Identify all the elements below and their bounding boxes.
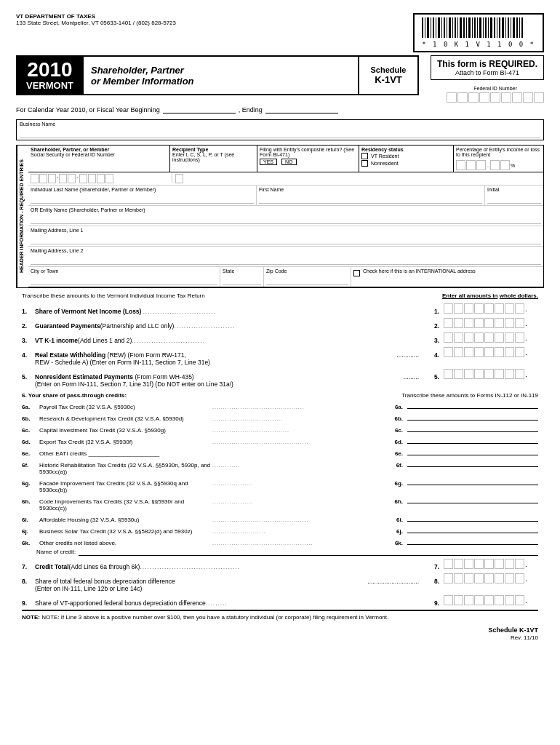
l5b2[interactable]: [454, 369, 463, 379]
credit-field-7[interactable]: [407, 495, 538, 503]
l4b7[interactable]: [505, 347, 514, 357]
l2b7[interactable]: [505, 318, 514, 328]
l3b7[interactable]: [505, 332, 514, 343]
address-line2-input[interactable]: [31, 255, 541, 265]
l9b2[interactable]: [454, 595, 463, 605]
l5b1[interactable]: [444, 369, 453, 379]
l1b6[interactable]: [495, 303, 504, 314]
l8b1[interactable]: [444, 573, 453, 583]
l4b6[interactable]: [495, 347, 504, 357]
fed-id-box-8[interactable]: [523, 92, 533, 103]
first-name-input[interactable]: [259, 194, 482, 204]
l5b4[interactable]: [474, 369, 484, 379]
pct-box-2[interactable]: [466, 160, 476, 170]
l9b8[interactable]: [515, 595, 524, 605]
name-of-credit-input[interactable]: [79, 548, 538, 556]
l3b1[interactable]: [444, 332, 453, 343]
l3b8[interactable]: [515, 332, 524, 343]
l1b2[interactable]: [454, 303, 463, 314]
fed-id-box-7[interactable]: [512, 92, 522, 103]
entity-name-input[interactable]: [31, 214, 541, 224]
l3b2[interactable]: [454, 332, 463, 343]
credit-field-8[interactable]: [407, 513, 538, 522]
last-name-input[interactable]: [31, 194, 254, 204]
credit-field-4[interactable]: [407, 447, 538, 455]
l9b4[interactable]: [474, 595, 484, 605]
l4b4[interactable]: [474, 347, 484, 357]
fed-id-box-1[interactable]: [447, 92, 457, 103]
l7b7[interactable]: [505, 559, 514, 569]
l9b5[interactable]: [484, 595, 494, 605]
l8b4[interactable]: [474, 573, 484, 583]
l7b3[interactable]: [464, 559, 473, 569]
l5b5[interactable]: [484, 369, 494, 379]
l8b7[interactable]: [505, 573, 514, 583]
l4b5[interactable]: [484, 347, 494, 357]
ssn-d9[interactable]: [105, 174, 113, 183]
credit-field-9[interactable]: [407, 525, 538, 533]
fiscal-year-start-field[interactable]: [163, 105, 236, 113]
l1b3[interactable]: [464, 303, 473, 314]
credit-field-1[interactable]: [407, 412, 538, 421]
ssn-d5[interactable]: [68, 174, 76, 183]
yes-box[interactable]: YES: [260, 159, 277, 165]
ssn-d4[interactable]: [59, 174, 67, 183]
credit-field-0[interactable]: [407, 400, 538, 409]
ssn-d3[interactable]: [48, 174, 56, 183]
no-box[interactable]: NO: [281, 159, 297, 165]
l1b1[interactable]: [444, 303, 453, 314]
l8b3[interactable]: [464, 573, 473, 583]
pct-box-3[interactable]: [476, 160, 486, 170]
ssn-d2[interactable]: [39, 174, 47, 183]
l4b3[interactable]: [464, 347, 473, 357]
l5b8[interactable]: [515, 369, 524, 379]
zip-input[interactable]: [266, 275, 348, 285]
l2b4[interactable]: [474, 318, 484, 328]
l1b4[interactable]: [474, 303, 484, 314]
l3b6[interactable]: [495, 332, 504, 343]
fed-id-box-5[interactable]: [490, 92, 500, 103]
fed-id-box-9[interactable]: [534, 92, 544, 103]
address-line1-input[interactable]: [31, 234, 541, 244]
recipient-type-box[interactable]: [175, 174, 183, 183]
pct-box-4[interactable]: [490, 160, 500, 170]
l9b1[interactable]: [444, 595, 453, 605]
l2b3[interactable]: [464, 318, 473, 328]
l2b5[interactable]: [484, 318, 494, 328]
l4b8[interactable]: [515, 347, 524, 357]
business-name-input[interactable]: [20, 128, 540, 138]
intl-checkbox[interactable]: [353, 270, 360, 276]
l1b5[interactable]: [484, 303, 494, 314]
l7b5[interactable]: [484, 559, 494, 569]
l7b4[interactable]: [474, 559, 484, 569]
l9b6[interactable]: [495, 595, 504, 605]
l2b6[interactable]: [495, 318, 504, 328]
l7b2[interactable]: [454, 559, 463, 569]
l4b1[interactable]: [444, 347, 453, 357]
l7b6[interactable]: [495, 559, 504, 569]
l2b2[interactable]: [454, 318, 463, 328]
fiscal-year-end-field[interactable]: [265, 105, 338, 113]
credit-field-3[interactable]: [407, 435, 538, 444]
l8b2[interactable]: [454, 573, 463, 583]
credit-field-5[interactable]: [407, 458, 538, 467]
l3b5[interactable]: [484, 332, 494, 343]
ssn-d8[interactable]: [97, 174, 105, 183]
state-input[interactable]: [223, 275, 261, 285]
ssn-d1[interactable]: [31, 174, 39, 183]
fed-id-box-4[interactable]: [479, 92, 489, 103]
fed-id-box-3[interactable]: [468, 92, 479, 103]
nonresident-checkbox[interactable]: [361, 160, 368, 167]
initial-input[interactable]: [487, 194, 541, 204]
l3b3[interactable]: [464, 332, 473, 343]
credit-field-6[interactable]: [407, 477, 538, 485]
l5b3[interactable]: [464, 369, 473, 379]
city-input[interactable]: [31, 275, 217, 285]
l9b7[interactable]: [505, 595, 514, 605]
l8b8[interactable]: [515, 573, 524, 583]
l9b3[interactable]: [464, 595, 473, 605]
l1b7[interactable]: [505, 303, 514, 314]
pct-box-1[interactable]: [456, 160, 465, 170]
fed-id-box-2[interactable]: [457, 92, 468, 103]
l5b6[interactable]: [495, 369, 504, 379]
